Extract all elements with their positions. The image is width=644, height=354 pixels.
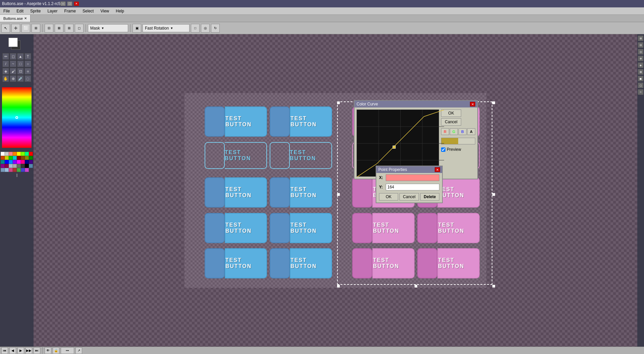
palette-yellow[interactable] [17,152,21,156]
handle-tr[interactable] [492,101,495,104]
pink-btn-8[interactable]: TEST BUTTON [417,213,480,243]
palette-violet[interactable] [1,164,5,168]
palette-blue[interactable] [5,160,9,164]
canvas-area[interactable]: TEST BUTTON TEST BUTTON TEST BUTTON T [34,34,637,347]
blue-btn-7[interactable]: TEST BUTTON [205,213,267,243]
tool-crop[interactable]: ⬜ [21,24,30,33]
blue-btn-1[interactable]: TEST BUTTON [205,106,267,137]
palette-lgray[interactable] [5,152,9,156]
blur-icon[interactable]: ◌ [24,75,31,82]
palette-gray[interactable] [13,164,17,168]
right-tool-2[interactable]: ⊟ [638,42,643,48]
color-gradient[interactable] [2,87,32,148]
foreground-color[interactable] [8,38,18,47]
menu-view[interactable]: View [98,8,111,14]
right-tool-6[interactable]: ⊠ [638,69,643,75]
palette-purple[interactable] [13,160,17,164]
palette-black[interactable] [25,164,29,168]
frame-next[interactable]: ▶▶ [25,347,32,354]
palette-red[interactable] [29,152,33,156]
tab-close-icon[interactable]: ✕ [24,16,27,20]
palette-dgray[interactable] [17,164,21,168]
tab-buttons-ase[interactable]: Buttons.ase ✕ [0,15,31,22]
select2-icon[interactable]: ⊡ [17,68,24,75]
right-tool-3[interactable]: ◎ [638,49,643,54]
pencil-icon[interactable]: ✏ [2,53,9,60]
right-tool-8[interactable]: ◻ [638,83,643,88]
palette-lblue2[interactable] [5,168,9,172]
line-icon[interactable]: / [2,60,9,67]
blue-btn-3[interactable]: TEST BUTTON [205,142,267,169]
menu-frame[interactable]: Frame [62,8,78,14]
palette-olive[interactable] [25,156,29,160]
blue-btn-2[interactable]: TEST BUTTON [270,106,332,137]
blue-btn-4[interactable]: TEST BUTTON [270,142,332,169]
tool-loop[interactable]: ↻ [211,24,220,33]
pink-btn-10[interactable]: TEST BUTTON [417,248,480,278]
point-props-close[interactable]: ✕ [435,167,440,172]
mask-dropdown[interactable]: Mask ▼ [88,24,128,32]
palette-mint[interactable] [25,152,29,156]
wand-icon[interactable]: ⍟ [24,68,31,75]
tool-snap[interactable]: □ [191,24,200,33]
tool-select[interactable]: ◻ [75,24,84,33]
palette-dkyel[interactable] [5,156,9,160]
color-curve-close[interactable]: ✕ [470,102,475,106]
palette-mauve[interactable] [5,164,9,168]
tool-onion[interactable]: ◎ [201,24,210,33]
menu-select[interactable]: Select [80,8,96,14]
eyedropper-icon[interactable]: 💉 [17,75,24,82]
palette-magenta[interactable] [17,160,21,164]
blue-btn-8[interactable]: TEST BUTTON [270,213,332,243]
blue-btn-5[interactable]: TEST BUTTON [205,177,267,208]
close-button[interactable]: ✕ [74,1,79,6]
palette-navy[interactable] [25,160,29,164]
y-input[interactable] [386,184,439,190]
palette-ltblue[interactable] [9,160,13,164]
palette-orange[interactable] [13,152,17,156]
menu-help[interactable]: Help [114,8,126,14]
palette-indigo[interactable] [29,160,33,164]
palette-xdgray[interactable] [21,164,25,168]
point-delete[interactable]: Delete [420,193,439,201]
tool-grid3[interactable]: ⊞ [65,24,73,33]
blue-btn-9[interactable]: TEST BUTTON [205,248,267,278]
minimize-button[interactable]: – [60,1,66,6]
channel-b[interactable]: B [459,128,467,135]
palette-dkred[interactable] [17,156,21,160]
right-tool-7[interactable]: ▣ [638,76,643,81]
palette-green[interactable] [9,156,13,160]
frame-play[interactable]: ▶ [17,347,24,354]
layer-toggle[interactable]: 👁 [45,347,51,354]
tool-grid2[interactable]: ⊠ [55,24,63,33]
point-ok[interactable]: OK [379,193,398,201]
menu-layer[interactable]: Layer [45,8,59,14]
color-slider[interactable] [441,138,475,144]
frame-first[interactable]: ⏮ [1,347,8,354]
layer-lock[interactable]: 🔒 [53,347,59,354]
right-tool-5[interactable]: ◈ [638,62,643,68]
palette-medgrn[interactable] [17,168,21,172]
menu-edit[interactable]: Edit [14,8,25,14]
tool-arrow[interactable]: ↖ [1,24,10,33]
curve-icon[interactable]: ~ [10,60,16,67]
palette-dkoran[interactable] [1,156,5,160]
tool-eye[interactable]: ⊞ [32,24,40,33]
palette-dkgrn[interactable] [29,156,33,160]
tool-frame[interactable]: ▣ [132,24,141,33]
handle-mr[interactable] [492,193,495,196]
color-curve-ok[interactable]: OK [441,109,461,117]
palette-rose[interactable] [9,168,13,172]
right-tool-4[interactable]: ⊕ [638,56,643,61]
color-selector[interactable] [0,84,34,151]
palette-slblue[interactable] [29,164,33,168]
blue-btn-10[interactable]: TEST BUTTON [270,248,332,278]
pink-btn-9[interactable]: TEST BUTTON [352,248,415,278]
layer-ref[interactable]: ↗ [75,347,82,354]
contour-icon[interactable]: ◈ [2,68,9,75]
rotation-dropdown[interactable]: Fast Rotation ▼ [143,24,190,32]
frame-last[interactable]: ⏭ [34,347,40,354]
rect-icon[interactable]: □ [17,60,24,67]
palette-white[interactable] [1,152,5,156]
palette-cyan[interactable] [13,156,17,160]
